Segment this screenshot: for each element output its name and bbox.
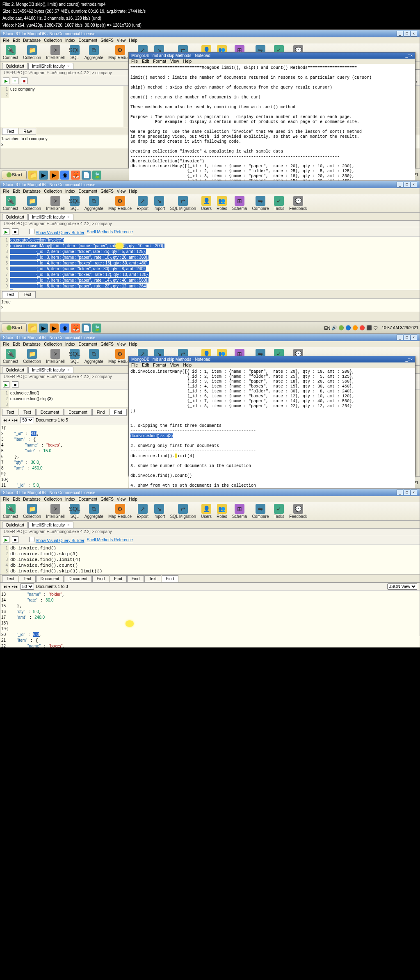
window-controls[interactable]: _□× <box>396 31 417 36</box>
intellishell-button[interactable]: >IntelliShell <box>46 196 65 211</box>
compare-button[interactable]: ⇋Compare <box>252 504 269 519</box>
export-button[interactable]: ↗Export <box>137 504 148 519</box>
mapreduce-button[interactable]: ⚙Map-Reduce <box>108 196 132 211</box>
run-line-icon[interactable]: ≡ <box>12 77 18 84</box>
export-button[interactable]: ↗Export <box>137 196 148 211</box>
import-icon: ↘ <box>154 196 164 206</box>
code-editor[interactable]: 1db.createCollection("invoice") 2db.invo… <box>0 237 420 290</box>
collection-icon: 📁 <box>27 45 37 55</box>
connect-button[interactable]: 🔌Connect <box>3 504 18 519</box>
sql-button[interactable]: SQLSQL <box>70 45 80 60</box>
editor-tabs[interactable]: QuickstartIntelliShell: faculty× <box>0 213 420 221</box>
collection-icon: 📁 <box>27 196 37 206</box>
pager[interactable]: ⏮ ◀ ▶ ⏭ 50 Documents 1 to 3JSON View <box>0 583 420 591</box>
main-menu[interactable]: FileEditDatabaseCollectionIndexDocumentG… <box>0 37 420 43</box>
code-editor[interactable]: 1db.invoice.find() 2db.invoice.find().sk… <box>0 545 420 574</box>
code-editor[interactable]: 1db.invoice.find() 2db.invoice.find().sk… <box>0 390 128 408</box>
window-titlebar[interactable]: Studio 3T for MongoDB - Non-Commercial L… <box>0 30 420 37</box>
tab-quickstart[interactable]: Quickstart <box>2 63 28 69</box>
taskbar[interactable]: 🟢Start 📁▶▶◉🦊📄🍃 EN🔊🟢🔵🟠🔴⬛🛡10:57 AM 3/29/20… <box>0 322 420 333</box>
main-menu[interactable]: FileEditDatabaseCollectionIndexDocumentG… <box>0 188 420 194</box>
studio3t-icon[interactable]: 🍃 <box>92 171 101 180</box>
collection-button[interactable]: 📁Collection <box>23 349 41 364</box>
connect-button[interactable]: 🔌Connect <box>3 349 18 364</box>
import-button[interactable]: ↘Import <box>153 504 165 519</box>
aggregate-button[interactable]: ⧉Aggregate <box>84 349 103 364</box>
tasks-button[interactable]: ✓Tasks <box>274 196 285 211</box>
roles-button[interactable]: 👥Roles <box>217 196 227 211</box>
breadcrumb: USER-PC [C:\Program F...in\mongod.exe-4.… <box>0 221 420 227</box>
tasks-icon: ✓ <box>274 504 284 514</box>
aggregate-button[interactable]: ⧉Aggregate <box>84 504 103 519</box>
aggregate-button[interactable]: ⧉Aggregate <box>84 45 103 60</box>
mapreduce-icon: ⚙ <box>115 196 125 206</box>
sqlmig-button[interactable]: ⇄SQL Migration <box>170 504 196 519</box>
feedback-button[interactable]: 💬Feedback <box>289 504 307 519</box>
roles-icon: 👥 <box>217 504 227 514</box>
notepad-window[interactable]: MongoDB limit and skip Methods - Notepad… <box>128 52 415 168</box>
intellishell-button[interactable]: >IntelliShell <box>46 349 65 364</box>
connect-button[interactable]: 🔌Connect <box>3 45 18 60</box>
window-titlebar[interactable]: Studio 3T for MongoDB - Non-Commercial L… <box>0 181 420 188</box>
connect-button[interactable]: 🔌Connect <box>3 196 18 211</box>
json-result[interactable]: 13 "name" : "folder", 14 "rate" : 30.0 1… <box>0 591 420 647</box>
start-button[interactable]: 🟢Start <box>2 324 27 332</box>
collection-button[interactable]: 📁Collection <box>23 504 41 519</box>
users-button[interactable]: 👤Users <box>201 504 212 519</box>
stop-icon[interactable]: ■ <box>12 228 18 235</box>
compare-icon: ⇋ <box>256 196 265 206</box>
intellishell-button[interactable]: >IntelliShell <box>46 45 65 60</box>
notepad-menu[interactable]: FileEditFormatViewHelp <box>129 59 415 64</box>
connect-icon: 🔌 <box>6 196 16 206</box>
sql-button[interactable]: SQLSQL <box>70 349 80 364</box>
users-button[interactable]: 👤Users <box>201 196 212 211</box>
aggregate-button[interactable]: ⧉Aggregate <box>84 196 103 211</box>
collection-button[interactable]: 📁Collection <box>23 196 41 211</box>
mapreduce-icon: ⚙ <box>115 45 125 55</box>
code-editor[interactable]: 1use company 2 <box>0 86 123 127</box>
aggregate-icon: ⧉ <box>89 196 99 206</box>
tab-intellishell[interactable]: IntelliShell: faculty× <box>28 63 73 69</box>
import-button[interactable]: ↘Import <box>153 196 165 211</box>
result-tabs[interactable]: TextTextDocumentDocumentFindFindFindText… <box>0 574 420 583</box>
sqlmig-button[interactable]: ⇄SQL Migration <box>170 196 196 211</box>
run-icon[interactable]: ▶ <box>3 77 9 84</box>
result-tabs[interactable]: TextTextDocumentDocumentFindFind <box>0 408 128 416</box>
shell-methods-link[interactable]: Shell Methods Reference <box>87 230 133 234</box>
start-button[interactable]: 🟢Start <box>2 171 27 179</box>
feedback-button[interactable]: 💬Feedback <box>289 196 307 211</box>
firefox-icon[interactable]: 🦊 <box>71 171 80 180</box>
aggregate-icon: ⧉ <box>89 45 99 55</box>
app-icon[interactable]: ▶ <box>50 171 59 180</box>
main-toolbar: 🔌Connect📁Collection>IntelliShellSQLSQL⧉A… <box>0 194 420 213</box>
stop-icon[interactable]: ■ <box>21 77 27 84</box>
editor-toolbar[interactable]: ▶ ■ Show Visual Query Builder Shell Meth… <box>0 227 420 237</box>
roles-button[interactable]: 👥Roles <box>217 504 227 519</box>
folder-icon[interactable]: 📁 <box>28 171 37 180</box>
schema-button[interactable]: ⊞Schema <box>232 196 247 211</box>
intellishell-icon: > <box>50 349 60 359</box>
run-icon[interactable]: ▶ <box>3 228 9 235</box>
json-result[interactable]: 1{ 2 "_id" : 4.0, 3 "item" : { 4 "name" … <box>0 424 128 493</box>
notepad-icon[interactable]: 📄 <box>82 171 91 180</box>
compare-button[interactable]: ⇋Compare <box>252 196 269 211</box>
schema-button[interactable]: ⊞Schema <box>232 504 247 519</box>
notepad-window[interactable]: MongoDB limit and skip Methods - Notepad… <box>128 356 415 476</box>
mapreduce-icon: ⚙ <box>115 504 125 514</box>
view-select[interactable]: JSON View <box>387 583 417 590</box>
pager[interactable]: ⏮ ◀ ▶ ⏭ 50 Documents 1 to 5 <box>0 416 128 424</box>
chrome-icon[interactable]: ◉ <box>60 171 69 180</box>
sqlmig-icon: ⇄ <box>178 504 188 514</box>
result-tab-text[interactable]: Text <box>2 128 18 135</box>
tasks-icon: ✓ <box>274 196 284 206</box>
close-icon[interactable]: × <box>67 64 70 68</box>
mapreduce-button[interactable]: ⚙Map-Reduce <box>108 504 132 519</box>
compare-icon: ⇋ <box>256 504 265 514</box>
collection-button[interactable]: 📁Collection <box>23 45 41 60</box>
result-tab-raw[interactable]: Raw <box>19 128 36 135</box>
sql-button[interactable]: SQLSQL <box>70 196 80 211</box>
sql-button[interactable]: SQLSQL <box>70 504 80 519</box>
tasks-button[interactable]: ✓Tasks <box>274 504 285 519</box>
app-icon[interactable]: ▶ <box>39 171 48 180</box>
intellishell-button[interactable]: >IntelliShell <box>46 504 65 519</box>
